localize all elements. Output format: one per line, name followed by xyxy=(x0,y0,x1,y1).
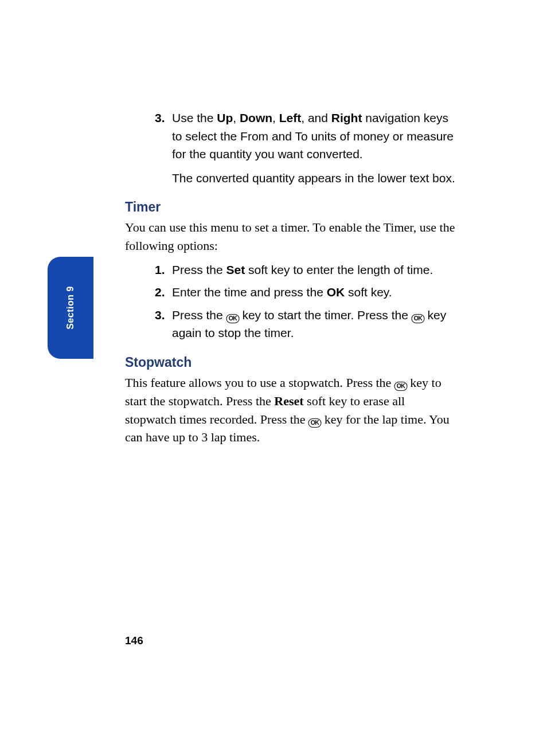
ok-key-icon: OK xyxy=(226,314,239,323)
step-text-fragment: Press the xyxy=(172,263,226,276)
ok-key-icon: OK xyxy=(308,418,322,428)
step-text-fragment: key to start the timer. Press the xyxy=(239,308,412,322)
timer-intro: You can use this menu to set a timer. To… xyxy=(125,218,455,255)
step-text-fragment: , xyxy=(272,111,279,124)
manual-page: Section 9 3. Use the Up, Down, Left, and… xyxy=(0,0,547,756)
list-number: 3. xyxy=(155,306,165,324)
step-text-fragment: Press the xyxy=(172,308,226,322)
section-tab: Section 9 xyxy=(48,257,93,359)
list-item: 3. Press the OK key to start the timer. … xyxy=(155,306,455,342)
list-number: 1. xyxy=(155,261,165,279)
key-right-label: Right xyxy=(331,111,362,124)
softkey-set-label: Set xyxy=(226,263,245,276)
list-number: 2. xyxy=(155,283,165,301)
list-item: 1. Press the Set soft key to enter the l… xyxy=(155,261,455,279)
ok-key-icon: OK xyxy=(411,314,424,323)
key-left-label: Left xyxy=(279,111,302,124)
section-tab-label: Section 9 xyxy=(65,286,76,330)
text-fragment: This feature allows you to use a stopwat… xyxy=(125,375,394,390)
ok-key-icon: OK xyxy=(394,382,407,391)
list-timer: 1. Press the Set soft key to enter the l… xyxy=(125,261,455,342)
step-text-fragment: , xyxy=(233,111,240,124)
step-text-fragment: soft key. xyxy=(345,285,392,299)
list-number: 3. xyxy=(155,109,165,127)
stopwatch-text: This feature allows you to use a stopwat… xyxy=(125,374,455,447)
step-text-fragment: soft key to enter the length of time. xyxy=(245,263,433,276)
heading-timer: Timer xyxy=(125,199,455,215)
heading-stopwatch: Stopwatch xyxy=(125,355,455,370)
softkey-reset-label: Reset xyxy=(274,394,303,408)
list-converter: 3. Use the Up, Down, Left, and Right nav… xyxy=(125,109,455,187)
list-item: 3. Use the Up, Down, Left, and Right nav… xyxy=(155,109,455,187)
step-text-fragment: , and xyxy=(301,111,331,124)
step-text-fragment: Use the xyxy=(172,111,217,124)
step-continuation: The converted quantity appears in the lo… xyxy=(172,169,455,187)
page-number: 146 xyxy=(125,634,143,647)
key-down-label: Down xyxy=(240,111,272,124)
softkey-ok-label: OK xyxy=(327,285,345,299)
key-up-label: Up xyxy=(217,111,233,124)
step-text-fragment: Enter the time and press the xyxy=(172,285,327,299)
list-item: 2. Enter the time and press the OK soft … xyxy=(155,283,455,301)
